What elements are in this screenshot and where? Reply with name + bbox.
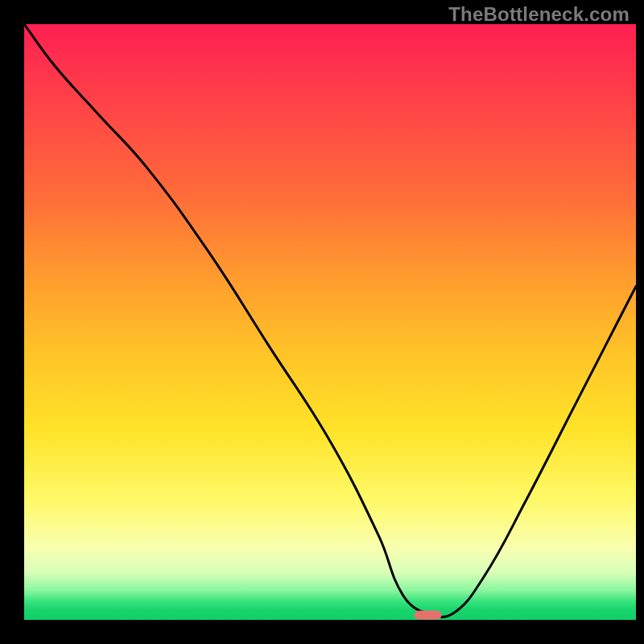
chart-frame: TheBottleneck.com <box>0 0 644 644</box>
curve-layer <box>24 24 636 620</box>
watermark-text: TheBottleneck.com <box>448 3 630 26</box>
optimal-marker <box>415 611 442 620</box>
bottleneck-curve <box>24 24 636 617</box>
plot-area <box>24 24 636 620</box>
